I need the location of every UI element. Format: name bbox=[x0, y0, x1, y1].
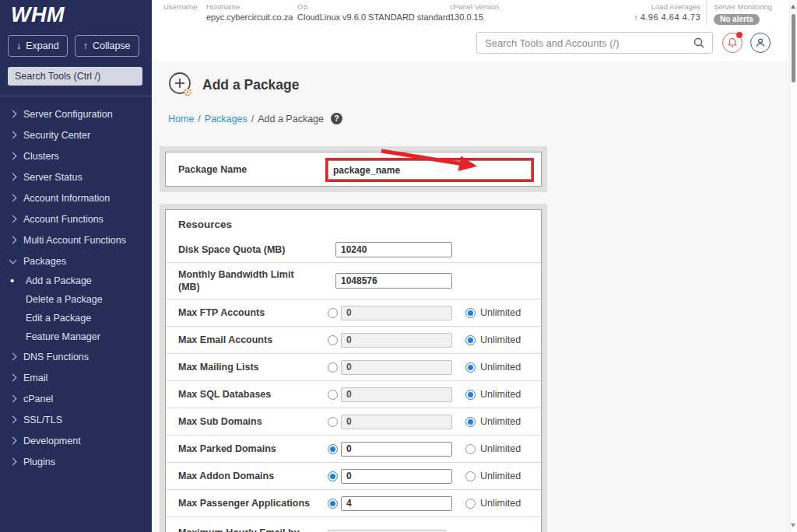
limit-input[interactable] bbox=[341, 333, 452, 348]
unlimited-radio[interactable] bbox=[465, 499, 476, 509]
page-scrollbar[interactable] bbox=[789, 0, 797, 532]
package-name-label: Package Name bbox=[178, 164, 247, 175]
unlimited-radio[interactable] bbox=[465, 362, 476, 373]
resource-label: Maximum Hourly Email by bbox=[178, 527, 328, 532]
resource-label: Max Addon Domains bbox=[178, 470, 328, 482]
sidebar-item-multi-account-functions[interactable]: Multi Account Functions bbox=[0, 229, 152, 250]
limit-value-radio[interactable] bbox=[328, 444, 338, 454]
limit-input[interactable] bbox=[341, 306, 452, 320]
sidebar-item-feature-manager[interactable]: Feature Manager bbox=[0, 327, 152, 346]
resource-row-max-ftp-accounts: Max FTP AccountsUnlimited bbox=[166, 299, 541, 326]
chevron-right-icon bbox=[9, 416, 17, 424]
sidebar-item-account-information[interactable]: Account Information bbox=[0, 187, 152, 208]
sidebar-item-label: Edit a Package bbox=[26, 313, 91, 324]
resource-label: Max FTP Accounts bbox=[178, 306, 328, 319]
limit-input[interactable] bbox=[341, 469, 452, 484]
unlimited-radio[interactable] bbox=[465, 444, 476, 454]
sidebar-item-label: DNS Functions bbox=[23, 352, 89, 362]
limit-input[interactable] bbox=[341, 360, 452, 375]
whm-logo[interactable]: WHM bbox=[11, 3, 152, 27]
sidebar-item-clusters[interactable]: Clusters bbox=[0, 145, 152, 166]
unlimited-radio[interactable] bbox=[465, 417, 476, 427]
global-search bbox=[476, 32, 713, 54]
load-up-arrow-icon: ↑ bbox=[634, 12, 638, 22]
sidebar-item-account-functions[interactable]: Account Functions bbox=[0, 208, 152, 229]
limit-value-radio[interactable] bbox=[328, 390, 338, 400]
sidebar-item-server-configuration[interactable]: Server Configuration bbox=[0, 103, 152, 124]
breadcrumb-current: Add a Package bbox=[258, 114, 324, 124]
limit-value-radio[interactable] bbox=[328, 308, 338, 318]
limit-input[interactable] bbox=[341, 496, 452, 511]
sidebar-search-input[interactable] bbox=[8, 67, 142, 86]
unlimited-radio[interactable] bbox=[465, 335, 476, 345]
unlimited-label: Unlimited bbox=[480, 471, 521, 481]
help-icon[interactable]: ? bbox=[331, 113, 342, 124]
global-search-input[interactable] bbox=[477, 33, 687, 53]
sidebar-item-edit-a-package[interactable]: Edit a Package bbox=[0, 309, 152, 327]
cpanel-version-info: cPanel Version 130.0.15 bbox=[450, 2, 499, 22]
sidebar-item-label: Plugins bbox=[23, 457, 55, 467]
resource-row-partial: Maximum Hourly Email by bbox=[166, 516, 541, 532]
limit-input[interactable] bbox=[341, 415, 452, 429]
resource-label: Max Email Accounts bbox=[178, 334, 328, 346]
unlimited-label: Unlimited bbox=[480, 443, 521, 454]
expand-button[interactable]: ↓ Expand bbox=[8, 35, 68, 57]
collapse-button[interactable]: ↑ Collapse bbox=[75, 35, 139, 57]
chevron-right-icon bbox=[9, 131, 17, 139]
sidebar-item-server-status[interactable]: Server Status bbox=[0, 166, 152, 187]
limit-input[interactable] bbox=[335, 273, 452, 289]
limit-value-radio[interactable] bbox=[328, 362, 338, 373]
breadcrumb-packages-link[interactable]: Packages bbox=[205, 114, 248, 124]
sidebar-item-cpanel[interactable]: cPanel bbox=[0, 388, 152, 409]
sidebar-item-label: Development bbox=[23, 436, 81, 446]
scroll-down-arrow-icon[interactable] bbox=[791, 523, 795, 527]
os-info: OS CloudLinux v9.6.0 STANDARD standard bbox=[297, 2, 451, 22]
limit-input[interactable] bbox=[341, 387, 452, 402]
add-package-icon bbox=[167, 72, 194, 98]
sidebar-item-ssl-tls[interactable]: SSL/TLS bbox=[0, 409, 152, 430]
resources-heading: Resources bbox=[166, 210, 541, 237]
limit-value-radio[interactable] bbox=[328, 471, 338, 481]
notifications-bell-icon[interactable] bbox=[722, 33, 743, 53]
load-averages-info: Load Averages ↑4.96 4.64 4.73 bbox=[634, 2, 700, 22]
resource-row-max-addon-domains: Max Addon DomainsUnlimited bbox=[166, 462, 541, 489]
resource-label: Max Sub Domains bbox=[178, 415, 328, 428]
sidebar-toolbar: ↓ Expand ↑ Collapse bbox=[8, 35, 152, 57]
limit-value-radio[interactable] bbox=[328, 417, 338, 427]
limit-value-radio[interactable] bbox=[328, 499, 338, 509]
sidebar-item-development[interactable]: Development bbox=[0, 430, 152, 451]
package-name-input[interactable] bbox=[328, 160, 532, 180]
server-info-bar: Username Hostname epyc.cybercircuit.co.z… bbox=[152, 0, 789, 26]
sidebar-item-label: Clusters bbox=[23, 151, 59, 162]
resource-label: Max Parked Domains bbox=[178, 443, 328, 455]
sidebar-item-email[interactable]: Email bbox=[0, 367, 152, 388]
no-alerts-badge[interactable]: No alerts bbox=[714, 14, 760, 25]
sidebar-item-label: Security Center bbox=[23, 130, 90, 141]
scroll-up-arrow-icon[interactable] bbox=[791, 5, 795, 9]
unlimited-radio[interactable] bbox=[465, 471, 476, 481]
limit-input[interactable] bbox=[341, 442, 452, 457]
chevron-right-icon bbox=[9, 152, 17, 160]
sidebar-item-packages[interactable]: Packages bbox=[0, 250, 152, 271]
sidebar-item-plugins[interactable]: Plugins bbox=[0, 451, 152, 472]
resource-label: Max Mailing Lists bbox=[178, 361, 328, 373]
sidebar-item-delete-a-package[interactable]: Delete a Package bbox=[0, 290, 152, 309]
package-name-panel: Package Name bbox=[160, 146, 547, 192]
user-profile-icon[interactable] bbox=[750, 33, 771, 53]
sidebar-item-label: Server Configuration bbox=[23, 109, 113, 120]
page-title: Add a Package bbox=[202, 77, 300, 93]
server-monitoring-info: Server Monitoring No alerts bbox=[714, 2, 772, 25]
unlimited-label: Unlimited bbox=[480, 416, 521, 427]
scrollbar-thumb[interactable] bbox=[792, 14, 795, 82]
sidebar-item-dns-functions[interactable]: DNS Functions bbox=[0, 346, 152, 367]
breadcrumb-home-link[interactable]: Home bbox=[168, 114, 194, 124]
sidebar-item-label: Delete a Package bbox=[26, 294, 103, 305]
limit-input[interactable] bbox=[335, 242, 452, 257]
chevron-right-icon bbox=[9, 215, 17, 223]
limit-value-radio[interactable] bbox=[328, 335, 338, 345]
unlimited-radio[interactable] bbox=[465, 390, 476, 400]
search-icon[interactable] bbox=[693, 37, 705, 52]
sidebar-item-add-a-package[interactable]: •Add a Package bbox=[0, 271, 152, 290]
unlimited-radio[interactable] bbox=[465, 308, 476, 318]
sidebar-item-security-center[interactable]: Security Center bbox=[0, 124, 152, 145]
